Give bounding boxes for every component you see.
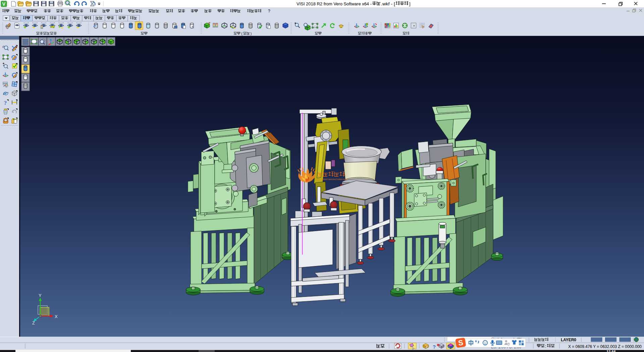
svg-text:]: ] (409, 1, 411, 6)
svg-text:Y: Y (39, 293, 42, 298)
svg-text::: : (545, 344, 546, 349)
svg-text:.wkf - [: .wkf - [ (381, 1, 395, 6)
svg-text:VISI 2018 R2 from Vero Softwar: VISI 2018 R2 from Vero Software x64 - (297, 1, 372, 6)
svg-text:1146: 1146 (606, 349, 616, 352)
svg-text:X: X (55, 314, 58, 319)
svg-text:Z: Z (32, 320, 35, 325)
svg-text:?: ? (268, 9, 270, 13)
svg-text:7: 7 (508, 343, 509, 345)
svg-text:1:1: 1:1 (313, 25, 317, 27)
svg-text:(: ( (241, 32, 243, 36)
svg-text:INTELLIGENT MANUFACTURING DATA: INTELLIGENT MANUFACTURING DATA (317, 179, 347, 180)
svg-text:): ) (251, 32, 252, 36)
svg-text:?: ? (4, 100, 7, 106)
svg-text:X = 0609.476 Y = 0632.003 Z =: X = 0609.476 Y = 0632.003 Z = 0000.000 (568, 344, 642, 349)
svg-text:V: V (2, 1, 6, 7)
svg-text:LAYER0: LAYER0 (561, 338, 576, 342)
svg-text:?: ? (433, 344, 436, 350)
